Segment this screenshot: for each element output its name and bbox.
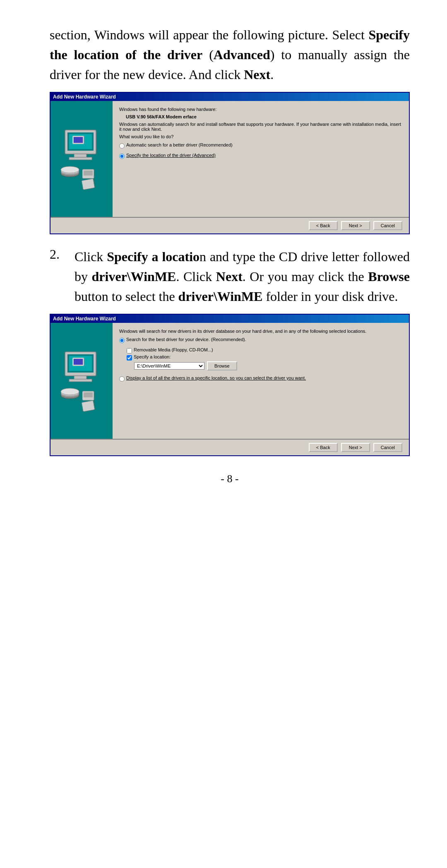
- svg-point-10: [61, 166, 79, 173]
- intro-paragraph: section, Windows will appear the followi…: [50, 25, 410, 84]
- dialog1-footer: < Back Next > Cancel: [50, 217, 409, 233]
- svg-rect-6: [69, 157, 92, 160]
- dialog2-radio1-option[interactable]: Search for the best driver for your devi…: [119, 337, 402, 343]
- dialog2-cancel-button[interactable]: Cancel: [373, 443, 402, 452]
- intro-bold-2: Advanced: [214, 47, 270, 62]
- step2-text1: Click: [74, 249, 107, 264]
- dialog2-radio1[interactable]: [119, 338, 125, 343]
- step2-bold5: driver\WinME: [178, 289, 263, 304]
- step2-section: 2. Click Specify a location and type the…: [50, 247, 410, 306]
- svg-rect-27: [82, 401, 94, 412]
- dialog1-device-name: USB V.90 56k/FAX Modem erface: [126, 114, 402, 119]
- intro-bold-3: Next: [244, 67, 270, 82]
- dialog2-radio2-label: Display a list of all the drivers in a s…: [126, 375, 306, 380]
- dialog2-checkbox1-option[interactable]: Removable Media (Floppy, CD-ROM...): [127, 347, 402, 353]
- dialog2-suboptions: Removable Media (Floppy, CD-ROM...) Spec…: [127, 346, 402, 370]
- dialog1: Add New Hardware Wizard: [50, 92, 410, 234]
- intro-text-1: section, Windows will appear the followi…: [50, 27, 368, 42]
- step2-number: 2.: [50, 247, 74, 306]
- svg-point-24: [61, 388, 79, 395]
- dialog2-titlebar: Add New Hardware Wizard: [50, 315, 409, 323]
- dialog2-checkbox1[interactable]: [127, 348, 132, 353]
- dialog2-location-row: E:\Driver\WinME Browse: [134, 361, 402, 370]
- step2-text5: button to select the: [74, 289, 178, 304]
- dialog1-found-text: Windows has found the following new hard…: [119, 107, 402, 112]
- step2-bold2: driver\WinME: [92, 269, 176, 284]
- dialog2: Add New Hardware Wizard: [50, 314, 410, 456]
- wizard2-illustration: [57, 348, 106, 414]
- dialog2-back-button[interactable]: < Back: [309, 443, 338, 452]
- svg-rect-13: [82, 179, 94, 190]
- dialog2-computer-icon-area: [57, 348, 106, 414]
- dialog1-radio1-option[interactable]: Automatic search for a better driver (Re…: [119, 142, 402, 149]
- dialog2-content: Windows will search for new drivers in i…: [113, 323, 409, 439]
- dialog1-radio2-label: Specify the location of the driver (Adva…: [126, 153, 216, 158]
- dialog1-next-button[interactable]: Next >: [341, 221, 370, 230]
- svg-rect-5: [74, 154, 87, 157]
- dialog2-body: Windows will search for new drivers in i…: [50, 323, 409, 439]
- intro-text-2: (: [202, 47, 214, 62]
- dialog1-radio2[interactable]: [119, 154, 125, 159]
- dialog1-radio1-label: Automatic search for a better driver (Re…: [126, 142, 233, 147]
- step2-text4: . Or you may click the: [243, 269, 368, 284]
- dialog1-body: Windows has found the following new hard…: [50, 101, 409, 217]
- dialog2-footer: < Back Next > Cancel: [50, 439, 409, 455]
- svg-rect-4: [74, 137, 83, 143]
- svg-rect-26: [84, 392, 93, 397]
- svg-rect-20: [69, 379, 92, 382]
- dialog2-title: Add New Hardware Wizard: [53, 316, 116, 322]
- dialog1-titlebar: Add New Hardware Wizard: [50, 93, 409, 101]
- dialog2-radio1-label: Search for the best driver for your devi…: [126, 337, 246, 342]
- dialog2-checkbox1-label: Removable Media (Floppy, CD-ROM...): [134, 347, 213, 352]
- dialog2-radio2[interactable]: [119, 376, 125, 382]
- dialog1-auto-text: Windows can automatically search for and…: [119, 122, 402, 132]
- dialog1-title: Add New Hardware Wizard: [53, 94, 116, 100]
- dialog2-checkbox2-label: Specify a location:: [134, 354, 171, 359]
- dialog1-content: Windows has found the following new hard…: [113, 101, 409, 217]
- wizard-illustration: [57, 126, 106, 192]
- dialog2-checkbox2[interactable]: [127, 355, 132, 361]
- step2-text: Click Specify a location and type the CD…: [74, 247, 410, 306]
- svg-rect-19: [74, 376, 87, 379]
- step2-bold3: Next: [216, 269, 243, 284]
- dialog1-radio2-option[interactable]: Specify the location of the driver (Adva…: [119, 153, 402, 159]
- dialog1-cancel-button[interactable]: Cancel: [373, 221, 402, 230]
- dialog2-checkbox2-option[interactable]: Specify a location:: [127, 354, 402, 361]
- dialog2-browse-button[interactable]: Browse: [207, 361, 237, 370]
- page-number: - 8 -: [50, 473, 410, 485]
- dialog1-sidebar: [50, 101, 113, 217]
- step2-bold4: Browse: [368, 269, 410, 284]
- dialog2-radio2-option[interactable]: Display a list of all the drivers in a s…: [119, 375, 402, 382]
- dialog2-location-select[interactable]: E:\Driver\WinME: [134, 362, 204, 370]
- dialog2-sidebar: [50, 323, 113, 439]
- svg-rect-12: [84, 171, 93, 176]
- svg-rect-18: [74, 359, 83, 365]
- dialog2-next-button[interactable]: Next >: [341, 443, 370, 452]
- step2-text3: . Click: [176, 269, 216, 284]
- dialog1-radio1[interactable]: [119, 143, 125, 149]
- dialog2-search-text: Windows will search for new drivers in i…: [119, 329, 402, 334]
- dialog1-question: What would you like to do?: [119, 134, 402, 139]
- step2-bold1: Specify a locatio: [107, 249, 199, 264]
- computer-icon-area: [57, 126, 106, 192]
- intro-text-4: .: [270, 67, 274, 82]
- dialog1-back-button[interactable]: < Back: [309, 221, 338, 230]
- step2-text6: folder in your disk drive.: [262, 289, 398, 304]
